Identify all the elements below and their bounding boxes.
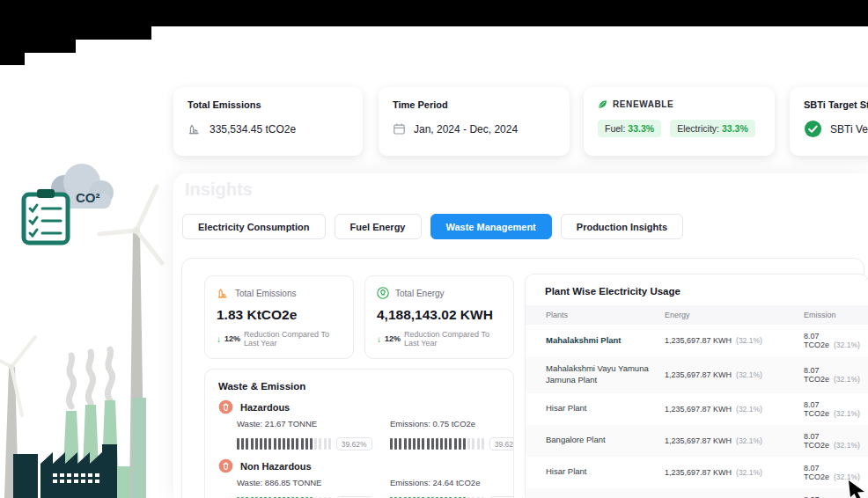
sbti-status-card: SBTi Target Status SBTi Verified: [790, 87, 868, 156]
column-header-emission: Emission: [804, 311, 868, 319]
fuel-label: Fuel:: [605, 123, 625, 134]
panel-title: Insights: [185, 179, 253, 200]
emission-percent: (32.1%): [834, 375, 860, 384]
insights-content-card: Total Emissions 1.83 KtCO2e ↓ 12% Reduct…: [181, 258, 864, 498]
gauge-segment: [454, 438, 457, 450]
gauge-segment: [422, 438, 424, 450]
waste-emission-title: Waste & Emission: [218, 381, 500, 392]
gauge-segment: [283, 438, 285, 450]
deco-black-step-4: [0, 53, 25, 65]
card-title: SBTi Target Status: [804, 99, 868, 110]
table-row: Hisar Plant1,235,697.87 KWH(32.1%)8.07 T…: [526, 488, 868, 498]
tab-electricity-consumption[interactable]: Electricity Consumption: [182, 214, 326, 239]
time-period-card: Time Period Jan, 2024 - Dec, 2024: [379, 87, 570, 156]
gauge-segment: [417, 438, 420, 450]
gauge-segment: [291, 438, 294, 450]
electricity-renewable-badge: Electricity:33.3%: [670, 120, 755, 137]
table-row: Mahalakshmi Vayu Yamuna Jamuna Plant1,23…: [526, 356, 868, 393]
delta-text: Reduction Compared To Last Year: [404, 330, 502, 348]
plant-name[interactable]: Bangalore Plant: [546, 435, 665, 446]
energy-value: 1,235,697.87 KWH(32.1%): [665, 405, 804, 414]
total-emissions-value: 335,534.45 tCO2e: [210, 123, 296, 135]
gauge-segment: [319, 438, 321, 450]
delta-percent: 12%: [224, 334, 240, 343]
tab-fuel-energy[interactable]: Fuel Energy: [335, 214, 422, 239]
tab-production-insights[interactable]: Production Insights: [561, 214, 683, 239]
table-row: Hisar Plant1,235,697.87 KWH(32.1%)8.07 T…: [526, 457, 868, 488]
gauge-segment: [427, 438, 430, 450]
gauge-segment: [241, 438, 244, 450]
total-energy-stat: Total Energy 4,188,143.02 KWH ↓ 12% Redu…: [364, 275, 514, 359]
total-emissions-stat: Total Emissions 1.83 KtCO2e ↓ 12% Reduct…: [204, 275, 354, 359]
gauge-segment: [463, 438, 466, 450]
plant-name[interactable]: Mahalakshmi Vayu Yamuna Jamuna Plant: [546, 363, 665, 386]
gauge-segment: [445, 438, 447, 450]
non-hazardous-waste-icon: [218, 458, 233, 473]
gauge-segment: [246, 438, 248, 450]
check-circle-icon: [804, 120, 822, 138]
gauge-segment: [310, 438, 313, 450]
waste-metric-label: Waste: 886.85 TONNE: [237, 478, 390, 487]
gauge-segment: [431, 438, 434, 450]
fuel-value: 33.3%: [628, 123, 654, 134]
gauge-segment: [449, 438, 452, 450]
gauge-segment: [477, 438, 480, 450]
gauge-segment: [264, 438, 267, 450]
gauge-segment: [260, 438, 262, 450]
emission-metric-label: Emissions: 0.75 tCO2e: [390, 419, 500, 428]
stat-label: Total Emissions: [235, 289, 296, 298]
eco-illustration: CO²: [0, 158, 176, 498]
waste-gauge: [237, 438, 331, 450]
emissions-factory-icon: [217, 287, 229, 299]
gauge-segment: [305, 438, 308, 450]
waste-group-name: Non Hazardous: [240, 461, 312, 472]
plant-name[interactable]: Hisar Plant: [546, 403, 665, 414]
emission-value: 8.07 TCO2e(32.1%): [804, 332, 868, 349]
energy-value: 1,235,697.87 KWH(32.1%): [665, 436, 804, 445]
gauge-segment: [399, 438, 401, 450]
emission-value: 8.07 TCO2e(32.1%): [804, 432, 868, 450]
leaf-icon: [598, 99, 607, 109]
emission-gauge: [390, 438, 484, 450]
gauge-segment: [251, 438, 254, 450]
factory-icon: [188, 122, 202, 135]
column-header-plants: Plants: [546, 311, 665, 319]
fuel-renewable-badge: Fuel:33.3%: [598, 120, 661, 137]
gauge-segment: [467, 438, 470, 450]
deco-black-step-3: [0, 40, 76, 53]
gauge-segment: [482, 438, 484, 450]
gauge-segment: [255, 438, 258, 450]
percent-badge: 39.62%: [336, 437, 372, 450]
down-arrow-icon: ↓: [217, 334, 221, 344]
tab-waste-management[interactable]: Waste Management: [430, 214, 552, 239]
emission-value: 8.07 TCO2e(32.1%): [804, 400, 868, 418]
energy-percent: (32.1%): [736, 436, 762, 445]
gauge-segment: [268, 438, 271, 450]
emission-value: 8.07 TCO2e(32.1%): [804, 366, 868, 384]
waste-metric-label: Waste: 21.67 TONNE: [237, 419, 390, 428]
waste-group-name: Hazardous: [240, 402, 290, 413]
table-row: Bangalore Plant1,235,697.87 KWH(32.1%)8.…: [526, 425, 868, 457]
gauge-segment: [394, 438, 397, 450]
emission-percent: (32.1%): [834, 441, 860, 450]
gauge-segment: [472, 438, 474, 450]
energy-percent: (32.1%): [736, 336, 762, 345]
electricity-label: Electricity:: [677, 123, 719, 134]
deco-black-step-2: [0, 26, 151, 40]
gauge-segment: [440, 438, 443, 450]
gauge-segment: [237, 438, 239, 450]
plant-name[interactable]: Mahalakshmi Plant: [546, 335, 665, 347]
gauge-segment: [278, 438, 281, 450]
gauge-segment: [296, 438, 298, 450]
stat-label: Total Energy: [395, 289, 445, 298]
emission-percent: (32.1%): [834, 409, 860, 418]
table-row: Mahalakshmi Plant1,235,697.87 KWH(32.1%)…: [526, 325, 868, 356]
emission-percent: (32.1%): [834, 341, 860, 349]
energy-percent: (32.1%): [736, 468, 762, 477]
emission-metric-label: Emissions: 24.64 tCO2e: [390, 478, 500, 487]
plant-name[interactable]: Hisar Plant: [546, 466, 665, 478]
energy-bulb-icon: [377, 287, 389, 299]
energy-percent: (32.1%): [736, 405, 762, 414]
stat-value: 1.83 KtCO2e: [217, 307, 342, 323]
factory-illustration: [13, 349, 130, 498]
